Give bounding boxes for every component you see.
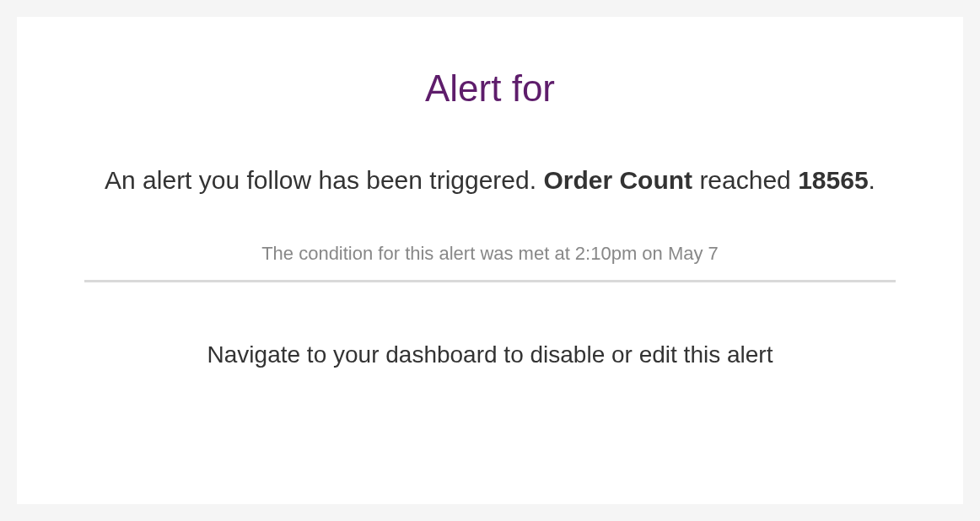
alert-footer: Navigate to your dashboard to disable or… bbox=[84, 341, 896, 368]
divider bbox=[84, 280, 896, 282]
alert-message: An alert you follow has been triggered. … bbox=[102, 160, 878, 201]
message-metric: Order Count bbox=[543, 166, 692, 194]
alert-title: Alert for bbox=[84, 67, 896, 110]
message-suffix: . bbox=[869, 166, 875, 194]
alert-card: Alert for An alert you follow has been t… bbox=[17, 17, 963, 504]
message-value: 18565 bbox=[798, 166, 868, 194]
message-middle: reached bbox=[692, 166, 798, 194]
alert-condition: The condition for this alert was met at … bbox=[84, 243, 896, 265]
message-prefix: An alert you follow has been triggered. bbox=[105, 166, 543, 194]
